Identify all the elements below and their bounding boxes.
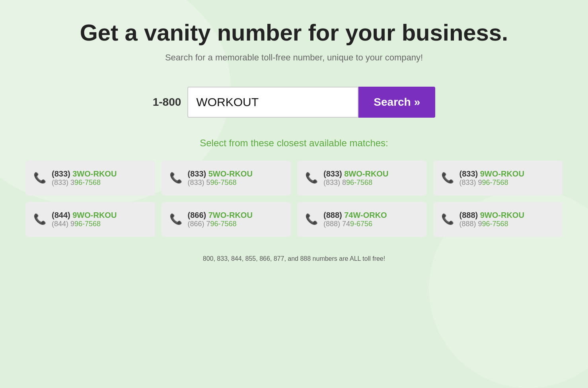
result-card[interactable]: 📞(888) 9WO-RKOU(888) 996-7568 [433, 202, 563, 237]
vanity-number: (866) 7WO-RKOU [188, 211, 253, 220]
vanity-number: (833) 5WO-RKOU [188, 169, 253, 178]
results-grid: 📞(833) 3WO-RKOU(833) 396-7568📞(833) 5WO-… [25, 161, 563, 237]
result-card[interactable]: 📞(866) 7WO-RKOU(866) 796-7568 [162, 202, 291, 237]
page-subheadline: Search for a memorable toll-free number,… [165, 52, 423, 63]
numeric-number: (844) 996-7568 [52, 220, 117, 228]
numeric-number: (833) 896-7568 [323, 178, 388, 187]
numeric-number: (833) 996-7568 [459, 178, 524, 187]
number-block: (866) 7WO-RKOU(866) 796-7568 [188, 211, 253, 228]
phone-icon: 📞 [33, 172, 46, 184]
result-card[interactable]: 📞(833) 3WO-RKOU(833) 396-7568 [25, 161, 155, 196]
search-button-chevron: » [414, 96, 421, 109]
result-card[interactable]: 📞(888) 74W-ORKO(888) 749-6756 [297, 202, 427, 237]
number-block: (833) 5WO-RKOU(833) 596-7568 [188, 169, 253, 187]
vanity-number: (888) 9WO-RKOU [459, 211, 524, 220]
vanity-number: (833) 9WO-RKOU [459, 169, 524, 178]
matches-label: Select from these closest available matc… [200, 138, 388, 149]
number-block: (833) 9WO-RKOU(833) 996-7568 [459, 169, 524, 187]
number-block: (888) 9WO-RKOU(888) 996-7568 [459, 211, 524, 228]
phone-icon: 📞 [169, 172, 182, 184]
search-button-label: Search [374, 96, 411, 109]
vanity-number: (844) 9WO-RKOU [52, 211, 117, 220]
phone-icon: 📞 [305, 172, 318, 184]
numeric-number: (833) 396-7568 [52, 178, 117, 187]
result-card[interactable]: 📞(833) 8WO-RKOU(833) 896-7568 [297, 161, 427, 196]
vanity-number: (833) 3WO-RKOU [52, 169, 117, 178]
result-card[interactable]: 📞(844) 9WO-RKOU(844) 996-7568 [25, 202, 155, 237]
vanity-search-input[interactable] [187, 87, 358, 118]
result-card[interactable]: 📞(833) 9WO-RKOU(833) 996-7568 [433, 161, 563, 196]
search-button[interactable]: Search » [358, 87, 435, 118]
vanity-number: (888) 74W-ORKO [323, 211, 387, 220]
numeric-number: (888) 996-7568 [459, 220, 524, 228]
result-card[interactable]: 📞(833) 5WO-RKOU(833) 596-7568 [162, 161, 291, 196]
phone-icon: 📞 [305, 213, 318, 225]
footer-note: 800, 833, 844, 855, 866, 877, and 888 nu… [203, 255, 385, 262]
numeric-number: (866) 796-7568 [188, 220, 253, 228]
numeric-number: (833) 596-7568 [188, 178, 253, 187]
search-row: 1-800 Search » [153, 87, 436, 118]
phone-icon: 📞 [441, 172, 454, 184]
number-block: (833) 3WO-RKOU(833) 396-7568 [52, 169, 117, 187]
number-prefix: 1-800 [153, 96, 181, 109]
page-headline: Get a vanity number for your business. [80, 20, 508, 45]
vanity-number: (833) 8WO-RKOU [323, 169, 388, 178]
phone-icon: 📞 [169, 213, 182, 225]
number-block: (844) 9WO-RKOU(844) 996-7568 [52, 211, 117, 228]
number-block: (888) 74W-ORKO(888) 749-6756 [323, 211, 387, 228]
number-block: (833) 8WO-RKOU(833) 896-7568 [323, 169, 388, 187]
phone-icon: 📞 [441, 213, 454, 225]
phone-icon: 📞 [33, 213, 46, 225]
numeric-number: (888) 749-6756 [323, 220, 387, 228]
